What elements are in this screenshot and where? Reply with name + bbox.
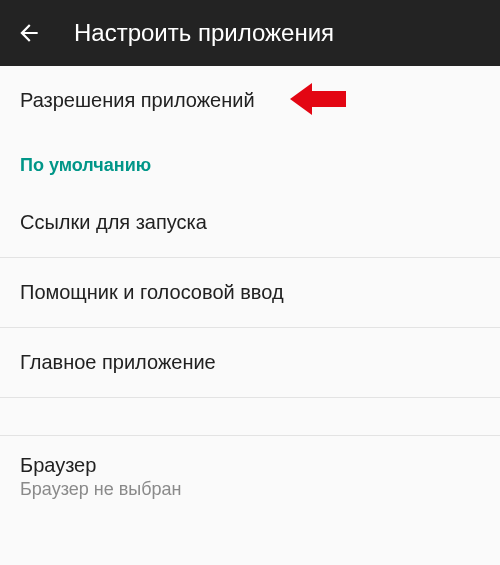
item-main-app[interactable]: Главное приложение [0, 328, 500, 398]
arrow-back-icon [16, 20, 42, 46]
item-app-permissions[interactable]: Разрешения приложений [0, 66, 500, 135]
highlight-arrow-icon [290, 81, 346, 121]
item-title: Ссылки для запуска [20, 211, 480, 234]
spacer [0, 398, 500, 436]
item-title: Разрешения приложений [20, 89, 480, 112]
item-assistant-voice[interactable]: Помощник и голосовой ввод [0, 258, 500, 328]
back-button[interactable] [16, 20, 42, 46]
section-default: По умолчанию [0, 135, 500, 188]
item-title: Помощник и голосовой ввод [20, 281, 480, 304]
page-title: Настроить приложения [74, 19, 334, 47]
item-title: Главное приложение [20, 351, 480, 374]
settings-list: Разрешения приложений По умолчанию Ссылк… [0, 66, 500, 516]
app-bar: Настроить приложения [0, 0, 500, 66]
item-subtitle: Браузер не выбран [20, 479, 480, 500]
item-title: Браузер [20, 454, 480, 477]
item-browser[interactable]: Браузер Браузер не выбран [0, 436, 500, 516]
item-launch-links[interactable]: Ссылки для запуска [0, 188, 500, 258]
